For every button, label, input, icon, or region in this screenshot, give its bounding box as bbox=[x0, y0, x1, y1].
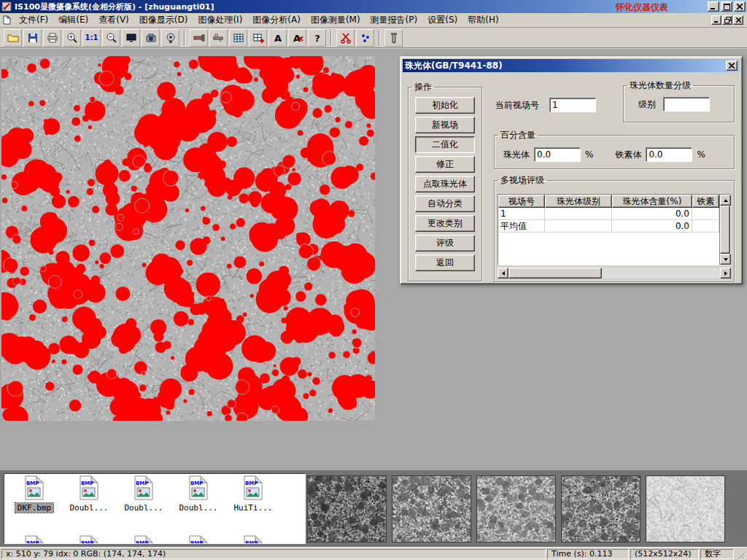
horizontal-scroll-track[interactable] bbox=[602, 268, 720, 279]
file-item[interactable]: BMP bbox=[117, 535, 171, 544]
count-points-icon bbox=[360, 32, 371, 44]
col-header-ferrite[interactable]: 铁素 bbox=[692, 195, 719, 208]
vertical-scrollbar[interactable] bbox=[719, 195, 730, 265]
font-delete-button[interactable]: A bbox=[288, 29, 306, 47]
camera-button[interactable] bbox=[142, 29, 160, 47]
film-thumbnail[interactable] bbox=[646, 475, 725, 542]
menu-file[interactable]: 文件(F) bbox=[14, 12, 53, 28]
film-thumbnail[interactable] bbox=[561, 475, 640, 542]
binarize-button[interactable]: 二值化 bbox=[415, 136, 475, 153]
menu-settings[interactable]: 设置(S) bbox=[422, 12, 462, 28]
scroll-up-button[interactable] bbox=[720, 195, 731, 206]
col-header-field[interactable]: 视场号 bbox=[498, 195, 545, 208]
display-button[interactable] bbox=[122, 29, 140, 47]
horizontal-scroll-thumb[interactable] bbox=[508, 268, 602, 279]
percent-sign: % bbox=[585, 149, 593, 160]
menu-image-measure[interactable]: 图像测量(M) bbox=[306, 12, 365, 28]
change-class-button[interactable]: 更改类别 bbox=[415, 215, 475, 232]
scroll-right-button[interactable] bbox=[720, 268, 731, 279]
return-button[interactable]: 返回 bbox=[415, 254, 475, 271]
minimize-button[interactable] bbox=[708, 1, 719, 12]
print-icon bbox=[47, 32, 58, 44]
table-row[interactable]: 平均值 0.0 bbox=[498, 220, 719, 233]
menu-help[interactable]: 帮助(H) bbox=[462, 12, 503, 28]
col-header-grade[interactable]: 珠光体级别 bbox=[545, 195, 612, 208]
menu-edit[interactable]: 编辑(E) bbox=[53, 12, 93, 28]
svg-text:BMP: BMP bbox=[81, 540, 93, 544]
file-item[interactable]: BMP bbox=[226, 535, 280, 544]
file-item[interactable]: BMP Doubl... bbox=[171, 475, 225, 513]
cell-content: 0.0 bbox=[612, 220, 692, 232]
correct-button[interactable]: 修正 bbox=[415, 156, 475, 173]
letter-a-delete-icon: A bbox=[292, 32, 303, 44]
grid-add-button[interactable] bbox=[249, 29, 267, 47]
maximize-button[interactable] bbox=[721, 1, 732, 12]
percent-group: 百分含量 珠光体 % 铁素体 % bbox=[494, 131, 735, 169]
metallograph-image[interactable] bbox=[1, 56, 375, 421]
measure-h-button[interactable] bbox=[190, 29, 208, 47]
zoom-in-button[interactable] bbox=[63, 29, 81, 47]
scroll-down-button[interactable] bbox=[720, 254, 731, 265]
bmp-file-icon: BMP bbox=[77, 535, 101, 544]
dialog-title-bar[interactable]: 珠光体(GB/T9441-88) bbox=[403, 59, 740, 72]
vertical-caliper-icon bbox=[388, 32, 400, 44]
file-item[interactable]: BMP bbox=[62, 535, 116, 544]
file-item[interactable]: BMP Doubl... bbox=[62, 475, 116, 513]
file-item[interactable]: BMP bbox=[7, 535, 61, 544]
col-header-content[interactable]: 珠光体含量(%) bbox=[612, 195, 692, 208]
measure-tool-button[interactable] bbox=[209, 29, 228, 47]
auto-classify-button[interactable]: 自动分类 bbox=[415, 195, 475, 212]
file-item[interactable]: BMP HuiTi... bbox=[226, 475, 280, 513]
menu-image-analysis[interactable]: 图像分析(A) bbox=[247, 12, 306, 28]
font-button[interactable]: A bbox=[268, 29, 287, 47]
dialog-body: 操作 初始化 新视场 二值化 修正 点取珠光体 自动分类 更改类别 评级 返回 … bbox=[402, 73, 740, 282]
mdi-close-button[interactable] bbox=[733, 15, 743, 25]
pearlite-value-input[interactable] bbox=[534, 147, 581, 162]
save-button[interactable] bbox=[23, 29, 42, 47]
table-row[interactable]: 1 0.0 bbox=[498, 208, 719, 220]
cut-button[interactable] bbox=[336, 29, 355, 47]
pick-pearlite-button[interactable]: 点取珠光体 bbox=[415, 176, 475, 192]
vertical-scroll-thumb[interactable] bbox=[720, 206, 730, 254]
ferrite-value-input[interactable] bbox=[646, 147, 692, 162]
actual-size-button[interactable]: 1:1 bbox=[82, 29, 101, 47]
horizontal-scrollbar[interactable] bbox=[498, 268, 731, 279]
film-thumbnail[interactable] bbox=[392, 475, 471, 542]
measure-v-button[interactable] bbox=[384, 29, 403, 47]
menu-image-display[interactable]: 图像显示(D) bbox=[134, 12, 193, 28]
film-thumbnail[interactable] bbox=[476, 475, 556, 542]
print-button[interactable] bbox=[43, 29, 61, 47]
operation-group: 操作 初始化 新视场 二值化 修正 点取珠光体 自动分类 更改类别 评级 返回 bbox=[408, 83, 482, 281]
status-mode: 数字 bbox=[700, 549, 734, 559]
open-button[interactable] bbox=[4, 29, 22, 47]
points-button[interactable] bbox=[356, 29, 374, 47]
current-field-input[interactable] bbox=[549, 98, 596, 112]
mdi-restore-button[interactable] bbox=[722, 15, 732, 25]
bmp-file-icon: BMP bbox=[22, 535, 47, 544]
grade-input[interactable] bbox=[663, 97, 710, 112]
file-item[interactable]: BMP bbox=[171, 535, 225, 544]
file-item[interactable]: BMP Doubl... bbox=[117, 475, 171, 513]
arrow-left-icon bbox=[502, 271, 505, 276]
cell-extra bbox=[692, 208, 719, 219]
close-icon bbox=[737, 4, 743, 9]
close-button[interactable] bbox=[734, 1, 746, 12]
menu-view[interactable]: 查看(V) bbox=[93, 12, 134, 28]
watermark-text: 怀化仪器仪表 bbox=[616, 1, 668, 14]
new-field-button[interactable]: 新视场 bbox=[415, 117, 475, 133]
resize-grip[interactable] bbox=[735, 549, 746, 559]
file-item[interactable]: BMP DKF.bmp bbox=[7, 475, 61, 513]
mdi-minimize-button[interactable] bbox=[711, 15, 721, 25]
grade-button[interactable]: 评级 bbox=[415, 235, 475, 252]
zoom-out-button[interactable] bbox=[102, 29, 120, 47]
film-thumbnail[interactable] bbox=[307, 475, 387, 542]
menu-measure-report[interactable]: 测量报告(P) bbox=[365, 12, 423, 28]
help-button[interactable]: ? bbox=[308, 29, 326, 47]
grid-button[interactable] bbox=[229, 29, 247, 47]
init-button[interactable]: 初始化 bbox=[415, 97, 475, 114]
dialog-close-button[interactable] bbox=[726, 61, 738, 71]
scroll-left-button[interactable] bbox=[498, 268, 508, 279]
menu-image-process[interactable]: 图像处理(I) bbox=[193, 12, 247, 28]
grade-count-group: 珠光体数量分级 级别 bbox=[623, 82, 735, 122]
capture-button[interactable] bbox=[161, 29, 179, 47]
